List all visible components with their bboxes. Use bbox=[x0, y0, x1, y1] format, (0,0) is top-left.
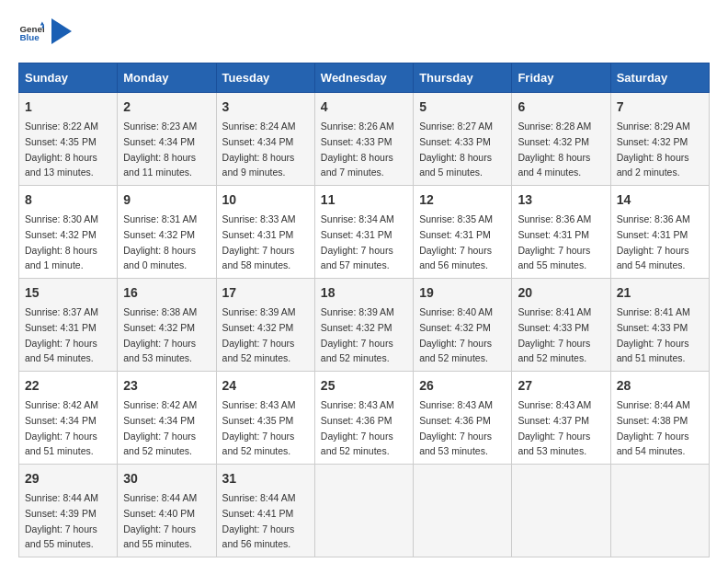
sunrise-info: Sunrise: 8:38 AM bbox=[123, 306, 197, 317]
sunset-info: Sunset: 4:40 PM bbox=[123, 508, 195, 519]
svg-text:Blue: Blue bbox=[19, 32, 40, 42]
daylight-info: Daylight: 7 hours and 53 minutes. bbox=[123, 338, 196, 364]
day-number: 17 bbox=[222, 283, 309, 303]
sunrise-info: Sunrise: 8:43 AM bbox=[518, 399, 591, 410]
day-number: 24 bbox=[222, 376, 309, 396]
sunrise-info: Sunrise: 8:41 AM bbox=[617, 306, 690, 317]
sunrise-info: Sunrise: 8:34 AM bbox=[321, 213, 394, 224]
day-cell bbox=[610, 465, 709, 557]
sunset-info: Sunset: 4:34 PM bbox=[222, 136, 294, 147]
day-number: 25 bbox=[321, 376, 407, 396]
sunset-info: Sunset: 4:33 PM bbox=[321, 136, 392, 147]
day-number: 21 bbox=[617, 283, 703, 303]
sunrise-info: Sunrise: 8:30 AM bbox=[25, 213, 98, 224]
weekday-header-friday: Friday bbox=[512, 63, 610, 93]
daylight-info: Daylight: 7 hours and 55 minutes. bbox=[25, 523, 97, 550]
sunrise-info: Sunrise: 8:37 AM bbox=[25, 306, 98, 317]
sunset-info: Sunset: 4:31 PM bbox=[25, 322, 97, 333]
sunset-info: Sunset: 4:31 PM bbox=[518, 229, 589, 240]
sunrise-info: Sunrise: 8:43 AM bbox=[419, 399, 493, 410]
sunset-info: Sunset: 4:34 PM bbox=[123, 136, 195, 147]
day-number: 2 bbox=[123, 98, 210, 117]
sunset-info: Sunset: 4:34 PM bbox=[25, 415, 97, 426]
day-cell: 21Sunrise: 8:41 AMSunset: 4:33 PMDayligh… bbox=[610, 279, 709, 372]
sunset-info: Sunset: 4:36 PM bbox=[419, 415, 491, 426]
day-cell: 22Sunrise: 8:42 AMSunset: 4:34 PMDayligh… bbox=[19, 372, 118, 465]
daylight-info: Daylight: 7 hours and 55 minutes. bbox=[518, 245, 590, 271]
sunset-info: Sunset: 4:38 PM bbox=[617, 415, 688, 426]
day-cell: 29Sunrise: 8:44 AMSunset: 4:39 PMDayligh… bbox=[19, 465, 118, 557]
day-number: 13 bbox=[518, 190, 604, 210]
daylight-info: Daylight: 8 hours and 4 minutes. bbox=[518, 152, 590, 178]
daylight-info: Daylight: 7 hours and 53 minutes. bbox=[419, 431, 492, 457]
week-row-2: 8Sunrise: 8:30 AMSunset: 4:32 PMDaylight… bbox=[19, 186, 710, 279]
daylight-info: Daylight: 7 hours and 52 minutes. bbox=[419, 338, 492, 364]
day-cell: 17Sunrise: 8:39 AMSunset: 4:32 PMDayligh… bbox=[216, 279, 314, 372]
day-cell: 4Sunrise: 8:26 AMSunset: 4:33 PMDaylight… bbox=[314, 93, 413, 186]
day-cell: 2Sunrise: 8:23 AMSunset: 4:34 PMDaylight… bbox=[118, 93, 216, 186]
sunset-info: Sunset: 4:33 PM bbox=[617, 322, 688, 333]
day-cell: 12Sunrise: 8:35 AMSunset: 4:31 PMDayligh… bbox=[414, 186, 512, 279]
daylight-info: Daylight: 8 hours and 1 minute. bbox=[25, 245, 97, 271]
daylight-info: Daylight: 7 hours and 57 minutes. bbox=[321, 245, 393, 271]
sunrise-info: Sunrise: 8:44 AM bbox=[222, 492, 296, 503]
sunset-info: Sunset: 4:39 PM bbox=[25, 508, 97, 519]
sunset-info: Sunset: 4:33 PM bbox=[518, 322, 589, 333]
sunset-info: Sunset: 4:31 PM bbox=[617, 229, 688, 240]
day-cell: 14Sunrise: 8:36 AMSunset: 4:31 PMDayligh… bbox=[610, 186, 709, 279]
daylight-info: Daylight: 7 hours and 55 minutes. bbox=[123, 523, 196, 550]
daylight-info: Daylight: 8 hours and 5 minutes. bbox=[419, 152, 492, 178]
day-cell: 18Sunrise: 8:39 AMSunset: 4:32 PMDayligh… bbox=[314, 279, 413, 372]
day-cell: 16Sunrise: 8:38 AMSunset: 4:32 PMDayligh… bbox=[118, 279, 216, 372]
sunset-info: Sunset: 4:33 PM bbox=[419, 136, 491, 147]
day-cell bbox=[414, 465, 512, 557]
sunrise-info: Sunrise: 8:28 AM bbox=[518, 121, 591, 132]
weekday-header-monday: Monday bbox=[118, 63, 216, 93]
daylight-info: Daylight: 7 hours and 52 minutes. bbox=[518, 338, 590, 364]
day-cell: 6Sunrise: 8:28 AMSunset: 4:32 PMDaylight… bbox=[512, 93, 610, 186]
daylight-info: Daylight: 7 hours and 52 minutes. bbox=[222, 431, 295, 457]
sunset-info: Sunset: 4:32 PM bbox=[123, 229, 195, 240]
day-number: 31 bbox=[222, 469, 309, 488]
week-row-5: 29Sunrise: 8:44 AMSunset: 4:39 PMDayligh… bbox=[19, 465, 710, 557]
sunrise-info: Sunrise: 8:27 AM bbox=[419, 121, 493, 132]
day-cell: 8Sunrise: 8:30 AMSunset: 4:32 PMDaylight… bbox=[19, 186, 118, 279]
day-number: 12 bbox=[419, 190, 506, 210]
day-number: 15 bbox=[25, 283, 111, 303]
day-number: 29 bbox=[25, 469, 111, 488]
sunrise-info: Sunrise: 8:31 AM bbox=[123, 213, 197, 224]
daylight-info: Daylight: 7 hours and 53 minutes. bbox=[518, 431, 590, 457]
daylight-info: Daylight: 7 hours and 54 minutes. bbox=[25, 338, 97, 364]
day-number: 10 bbox=[222, 190, 309, 210]
logo: General Blue bbox=[18, 18, 72, 48]
sunrise-info: Sunrise: 8:35 AM bbox=[419, 213, 493, 224]
day-number: 9 bbox=[123, 190, 210, 210]
sunset-info: Sunset: 4:32 PM bbox=[617, 136, 688, 147]
sunrise-info: Sunrise: 8:33 AM bbox=[222, 213, 296, 224]
sunrise-info: Sunrise: 8:22 AM bbox=[25, 121, 98, 132]
logo-arrow-icon bbox=[51, 18, 72, 44]
header: General Blue bbox=[18, 18, 710, 48]
day-number: 23 bbox=[123, 376, 210, 396]
daylight-info: Daylight: 7 hours and 51 minutes. bbox=[25, 431, 97, 457]
day-cell: 1Sunrise: 8:22 AMSunset: 4:35 PMDaylight… bbox=[19, 93, 118, 186]
day-number: 6 bbox=[518, 98, 604, 117]
day-cell: 7Sunrise: 8:29 AMSunset: 4:32 PMDaylight… bbox=[610, 93, 709, 186]
day-number: 27 bbox=[518, 376, 604, 396]
day-cell: 5Sunrise: 8:27 AMSunset: 4:33 PMDaylight… bbox=[414, 93, 512, 186]
day-cell: 3Sunrise: 8:24 AMSunset: 4:34 PMDaylight… bbox=[216, 93, 314, 186]
calendar-table: SundayMondayTuesdayWednesdayThursdayFrid… bbox=[18, 63, 710, 557]
weekday-header-thursday: Thursday bbox=[414, 63, 512, 93]
day-number: 30 bbox=[123, 469, 210, 488]
weekday-header-sunday: Sunday bbox=[19, 63, 118, 93]
sunrise-info: Sunrise: 8:36 AM bbox=[617, 213, 690, 224]
day-number: 16 bbox=[123, 283, 210, 303]
day-number: 22 bbox=[25, 376, 111, 396]
day-cell: 13Sunrise: 8:36 AMSunset: 4:31 PMDayligh… bbox=[512, 186, 610, 279]
sunset-info: Sunset: 4:37 PM bbox=[518, 415, 589, 426]
day-cell: 20Sunrise: 8:41 AMSunset: 4:33 PMDayligh… bbox=[512, 279, 610, 372]
day-cell: 27Sunrise: 8:43 AMSunset: 4:37 PMDayligh… bbox=[512, 372, 610, 465]
day-cell bbox=[512, 465, 610, 557]
daylight-info: Daylight: 7 hours and 54 minutes. bbox=[617, 431, 689, 457]
sunset-info: Sunset: 4:32 PM bbox=[25, 229, 97, 240]
